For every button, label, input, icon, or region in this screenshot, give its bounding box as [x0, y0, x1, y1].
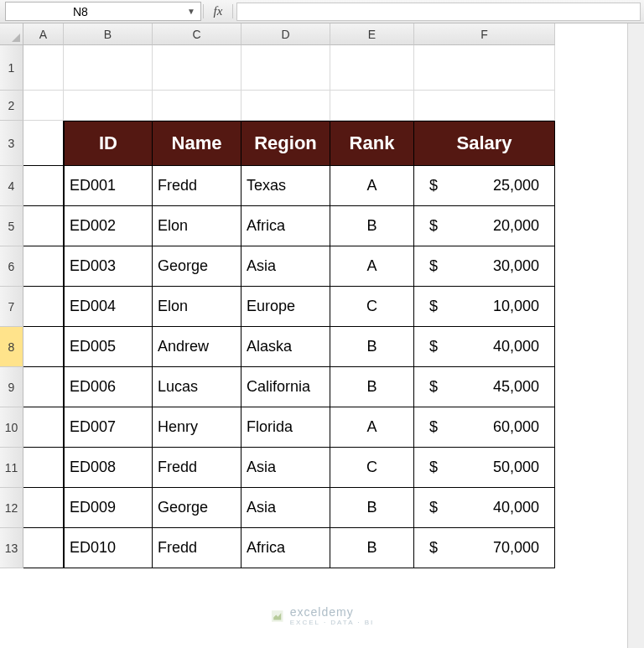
cell-C3[interactable]: Name	[153, 121, 242, 166]
row-header-11[interactable]: 11	[0, 448, 23, 488]
cell-E5[interactable]: B	[330, 206, 414, 246]
cell-F5[interactable]: $20,000	[414, 206, 555, 246]
cell-B13[interactable]: ED010	[64, 528, 153, 568]
column-header-B[interactable]: B	[64, 23, 153, 45]
column-header-F[interactable]: F	[414, 23, 555, 45]
cell-E13[interactable]: B	[330, 528, 414, 568]
row-header-5[interactable]: 5	[0, 206, 23, 246]
column-header-D[interactable]: D	[242, 23, 330, 45]
chevron-down-icon[interactable]: ▼	[187, 7, 195, 16]
cell-B6[interactable]: ED003	[64, 246, 153, 287]
cell-C8[interactable]: Andrew	[153, 327, 242, 367]
cell-B1[interactable]	[64, 45, 153, 91]
cell-E7[interactable]: C	[330, 287, 414, 327]
cell-D3[interactable]: Region	[242, 121, 330, 166]
column-header-E[interactable]: E	[330, 23, 414, 45]
cell-C5[interactable]: Elon	[153, 206, 242, 246]
row-header-2[interactable]: 2	[0, 91, 23, 121]
cell-C4[interactable]: Fredd	[153, 166, 242, 206]
cell-D11[interactable]: Asia	[242, 448, 330, 488]
formula-input[interactable]	[236, 3, 641, 21]
name-box[interactable]: N8 ▼	[5, 2, 201, 21]
cell-E2[interactable]	[330, 91, 414, 121]
column-header-C[interactable]: C	[153, 23, 242, 45]
cell-A11[interactable]	[23, 448, 64, 488]
vertical-scrollbar[interactable]	[627, 23, 644, 648]
cell-F8[interactable]: $40,000	[414, 327, 555, 367]
cell-B9[interactable]: ED006	[64, 367, 153, 407]
cell-A1[interactable]	[23, 45, 64, 91]
cell-A7[interactable]	[23, 287, 64, 327]
cell-B7[interactable]: ED004	[64, 287, 153, 327]
cell-A3[interactable]	[23, 121, 64, 166]
cell-F2[interactable]	[414, 91, 555, 121]
cell-B8[interactable]: ED005	[64, 327, 153, 367]
cell-C2[interactable]	[153, 91, 242, 121]
cell-E9[interactable]: B	[330, 367, 414, 407]
cell-C6[interactable]: George	[153, 246, 242, 287]
cell-D13[interactable]: Africa	[242, 528, 330, 568]
row-header-13[interactable]: 13	[0, 528, 23, 568]
cell-F3[interactable]: Salary	[414, 121, 555, 166]
row-header-7[interactable]: 7	[0, 287, 23, 327]
cell-F10[interactable]: $60,000	[414, 407, 555, 448]
cell-E3[interactable]: Rank	[330, 121, 414, 166]
cell-A12[interactable]	[23, 488, 64, 528]
cell-E1[interactable]	[330, 45, 414, 91]
cell-E8[interactable]: B	[330, 327, 414, 367]
cell-B3[interactable]: ID	[64, 121, 153, 166]
cell-A13[interactable]	[23, 528, 64, 568]
cell-A6[interactable]	[23, 246, 64, 287]
cell-F4[interactable]: $25,000	[414, 166, 555, 206]
cell-D7[interactable]: Europe	[242, 287, 330, 327]
insert-function-button[interactable]: fx	[203, 4, 233, 18]
row-header-8[interactable]: 8	[0, 327, 23, 367]
cell-D4[interactable]: Texas	[242, 166, 330, 206]
cell-D6[interactable]: Asia	[242, 246, 330, 287]
row-header-9[interactable]: 9	[0, 367, 23, 407]
column-header-A[interactable]: A	[23, 23, 64, 45]
cell-B4[interactable]: ED001	[64, 166, 153, 206]
cell-C12[interactable]: George	[153, 488, 242, 528]
cell-E12[interactable]: B	[330, 488, 414, 528]
cell-B5[interactable]: ED002	[64, 206, 153, 246]
cell-D5[interactable]: Africa	[242, 206, 330, 246]
row-header-12[interactable]: 12	[0, 488, 23, 528]
cell-C1[interactable]	[153, 45, 242, 91]
cell-D10[interactable]: Florida	[242, 407, 330, 448]
cell-E11[interactable]: C	[330, 448, 414, 488]
row-header-3[interactable]: 3	[0, 121, 23, 166]
cell-C9[interactable]: Lucas	[153, 367, 242, 407]
cell-B10[interactable]: ED007	[64, 407, 153, 448]
cell-B11[interactable]: ED008	[64, 448, 153, 488]
cell-C13[interactable]: Fredd	[153, 528, 242, 568]
cell-F9[interactable]: $45,000	[414, 367, 555, 407]
cell-F12[interactable]: $40,000	[414, 488, 555, 528]
cell-E4[interactable]: A	[330, 166, 414, 206]
cell-B2[interactable]	[64, 91, 153, 121]
cell-A9[interactable]	[23, 367, 64, 407]
cell-A2[interactable]	[23, 91, 64, 121]
cell-E10[interactable]: A	[330, 407, 414, 448]
cell-D9[interactable]: California	[242, 367, 330, 407]
cell-D2[interactable]	[242, 91, 330, 121]
cell-C11[interactable]: Fredd	[153, 448, 242, 488]
cell-F7[interactable]: $10,000	[414, 287, 555, 327]
cell-E6[interactable]: A	[330, 246, 414, 287]
cell-D12[interactable]: Asia	[242, 488, 330, 528]
row-header-10[interactable]: 10	[0, 407, 23, 448]
cell-B12[interactable]: ED009	[64, 488, 153, 528]
cell-C10[interactable]: Henry	[153, 407, 242, 448]
cell-F6[interactable]: $30,000	[414, 246, 555, 287]
cell-D8[interactable]: Alaska	[242, 327, 330, 367]
cell-A5[interactable]	[23, 206, 64, 246]
cell-A4[interactable]	[23, 166, 64, 206]
cell-A10[interactable]	[23, 407, 64, 448]
cell-F11[interactable]: $50,000	[414, 448, 555, 488]
row-header-6[interactable]: 6	[0, 246, 23, 287]
cell-F13[interactable]: $70,000	[414, 528, 555, 568]
cell-C7[interactable]: Elon	[153, 287, 242, 327]
cell-A8[interactable]	[23, 327, 64, 367]
row-header-1[interactable]: 1	[0, 45, 23, 91]
cell-F1[interactable]	[414, 45, 555, 91]
